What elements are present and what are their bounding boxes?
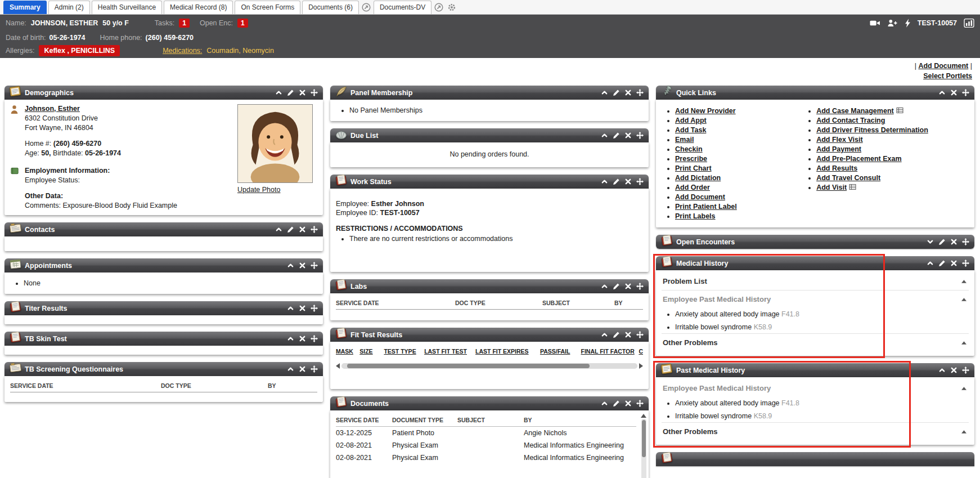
close-icon[interactable] bbox=[299, 365, 306, 373]
demographics-header[interactable]: Demographics bbox=[5, 86, 323, 100]
scroll-track[interactable] bbox=[341, 363, 637, 369]
quick-link[interactable]: Add Order bbox=[675, 184, 710, 191]
vertical-scrollbar[interactable] bbox=[640, 414, 647, 478]
list-grid-icon[interactable] bbox=[896, 108, 903, 113]
section-other-problems[interactable]: Other Problems bbox=[662, 422, 969, 440]
scroll-left-arrow[interactable] bbox=[336, 363, 340, 369]
medical-history-header[interactable]: Medical History bbox=[656, 256, 974, 270]
close-icon[interactable] bbox=[624, 283, 632, 290]
due-list-header[interactable]: Due List bbox=[330, 128, 649, 142]
edit-icon[interactable] bbox=[938, 260, 946, 267]
collapse-icon[interactable] bbox=[938, 89, 946, 96]
column-header-link[interactable]: LAST FIT EXPIRES bbox=[475, 348, 540, 355]
documents-header[interactable]: Documents bbox=[330, 396, 649, 410]
collapse-section-icon[interactable] bbox=[961, 341, 966, 345]
move-icon[interactable] bbox=[311, 89, 318, 96]
quick-link[interactable]: Add Task bbox=[675, 126, 706, 134]
column-header-link[interactable]: FINAL FIT FACTOR bbox=[581, 348, 639, 355]
quick-links-header[interactable]: Quick Links bbox=[656, 86, 974, 100]
edit-icon[interactable] bbox=[613, 89, 620, 96]
document-row[interactable]: 02-08-2021 Physical Exam Medical Informa… bbox=[336, 439, 636, 452]
close-icon[interactable] bbox=[299, 89, 306, 96]
tab-documents-dv[interactable]: Documents-DV bbox=[374, 1, 431, 14]
collapse-icon[interactable] bbox=[275, 226, 282, 233]
quick-link[interactable]: Print Labels bbox=[675, 212, 716, 220]
collapse-section-icon[interactable] bbox=[961, 430, 966, 434]
quick-link[interactable]: Add Payment bbox=[816, 145, 861, 153]
column-header-link[interactable]: C bbox=[639, 348, 643, 355]
quick-link[interactable]: Add Results bbox=[816, 164, 857, 172]
collapse-icon[interactable] bbox=[601, 331, 608, 338]
quick-link[interactable]: Add Flex Visit bbox=[816, 136, 862, 144]
move-icon[interactable] bbox=[311, 226, 318, 233]
cutoff-portlet-header[interactable] bbox=[656, 452, 974, 466]
add-user-icon[interactable] bbox=[887, 19, 898, 28]
close-icon[interactable] bbox=[950, 89, 957, 96]
panel-membership-header[interactable]: Panel Membership bbox=[330, 86, 649, 100]
section-employee-pmh[interactable]: Employee Past Medical History bbox=[662, 379, 969, 397]
edit-icon[interactable] bbox=[938, 238, 946, 245]
collapse-icon[interactable] bbox=[287, 305, 294, 312]
tab-on-screen-forms[interactable]: On Screen Forms bbox=[235, 1, 300, 14]
fit-test-header[interactable]: Fit Test Results bbox=[330, 328, 649, 342]
tab-health-surveillance[interactable]: Health Surveillance bbox=[92, 1, 162, 14]
edit-icon[interactable] bbox=[613, 132, 620, 139]
document-row[interactable]: 02-08-2021 Physical Exam Medical Informa… bbox=[336, 452, 636, 464]
appointments-header[interactable]: Appointments bbox=[5, 258, 323, 272]
collapse-icon[interactable] bbox=[287, 335, 294, 342]
edit-icon[interactable] bbox=[613, 400, 620, 407]
popout-icon[interactable] bbox=[434, 3, 443, 12]
close-icon[interactable] bbox=[950, 367, 957, 374]
move-icon[interactable] bbox=[962, 238, 969, 245]
medications-link[interactable]: Medications: bbox=[163, 47, 202, 55]
move-icon[interactable] bbox=[636, 331, 644, 338]
video-camera-icon[interactable] bbox=[870, 19, 880, 28]
allergies-badge[interactable]: Keflex , PENICILLINS bbox=[39, 45, 120, 56]
quick-link[interactable]: Add Dictation bbox=[675, 174, 721, 182]
quick-link[interactable]: Print Patient Label bbox=[675, 203, 737, 211]
select-portlets-link[interactable]: Select Portlets bbox=[923, 72, 972, 80]
move-icon[interactable] bbox=[962, 89, 969, 96]
quick-link[interactable]: Add Driver Fitness Determination bbox=[816, 126, 928, 134]
move-icon[interactable] bbox=[636, 178, 644, 185]
collapse-icon[interactable] bbox=[601, 132, 608, 139]
titer-results-header[interactable]: Titer Results bbox=[5, 301, 323, 315]
section-employee-pmh[interactable]: Employee Past Medical History bbox=[662, 290, 969, 308]
edit-icon[interactable] bbox=[613, 331, 620, 338]
move-icon[interactable] bbox=[962, 260, 969, 267]
column-header-link[interactable]: PASS/FAIL bbox=[540, 348, 581, 355]
tb-skin-test-header[interactable]: TB Skin Test bbox=[5, 332, 323, 346]
edit-icon[interactable] bbox=[287, 89, 294, 96]
column-header-link[interactable]: SIZE bbox=[359, 348, 384, 355]
settings-gear-icon[interactable] bbox=[447, 3, 456, 12]
quick-link[interactable]: Add Contact Tracing bbox=[816, 117, 885, 124]
quick-link[interactable]: Prescribe bbox=[675, 155, 707, 163]
quick-link[interactable]: Add Pre-Placement Exam bbox=[816, 155, 901, 163]
collapse-icon[interactable] bbox=[927, 260, 934, 267]
close-icon[interactable] bbox=[299, 262, 306, 269]
contacts-header[interactable]: Contacts bbox=[5, 222, 323, 236]
document-row[interactable]: 03-12-2025 Patient Photo Angie Nichols bbox=[336, 427, 636, 439]
section-problem-list[interactable]: Problem List bbox=[662, 272, 969, 290]
collapse-icon[interactable] bbox=[601, 89, 608, 96]
quick-link[interactable]: Add New Provider bbox=[675, 107, 736, 115]
move-icon[interactable] bbox=[636, 283, 644, 290]
quick-link[interactable]: Print Chart bbox=[675, 164, 712, 172]
close-icon[interactable] bbox=[299, 226, 306, 233]
column-header-link[interactable]: LAST FIT TEST bbox=[424, 348, 475, 355]
collapse-icon[interactable] bbox=[938, 367, 946, 374]
tb-screening-header[interactable]: TB Screening Questionnaires bbox=[5, 362, 323, 376]
edit-icon[interactable] bbox=[613, 178, 620, 185]
quick-link[interactable]: Add Appt bbox=[675, 117, 707, 124]
scroll-up-arrow[interactable] bbox=[641, 414, 646, 418]
collapse-section-icon[interactable] bbox=[961, 298, 966, 301]
close-icon[interactable] bbox=[624, 132, 632, 139]
move-icon[interactable] bbox=[311, 262, 318, 269]
quick-link[interactable]: Checkin bbox=[675, 145, 703, 153]
expand-icon[interactable] bbox=[927, 238, 934, 245]
scroll-thumb[interactable] bbox=[642, 420, 646, 457]
popout-icon[interactable] bbox=[362, 3, 371, 12]
edit-icon[interactable] bbox=[613, 283, 620, 290]
tasks-count-badge[interactable]: 1 bbox=[179, 19, 190, 28]
close-icon[interactable] bbox=[624, 331, 632, 338]
